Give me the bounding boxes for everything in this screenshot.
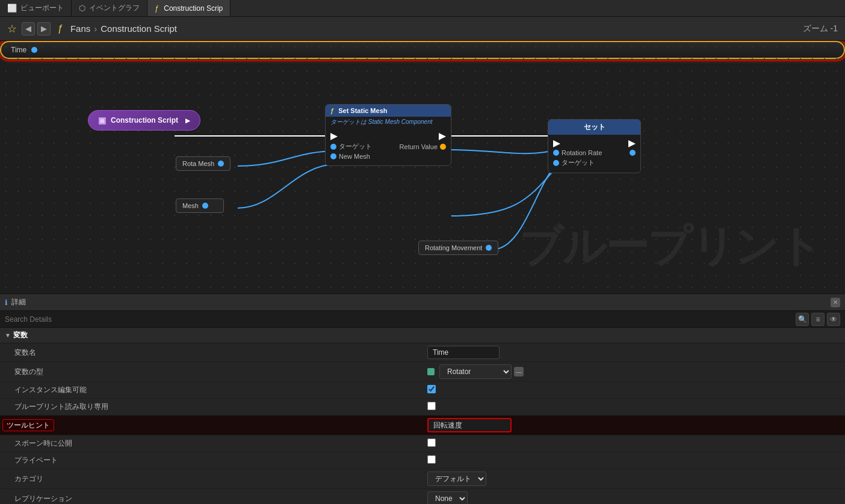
- set-rot-target-row: ターゲット: [553, 158, 636, 167]
- prop-var-name-value: [422, 343, 845, 362]
- prop-var-type-label: 変数の型: [0, 362, 422, 382]
- mesh-out-pin: [202, 203, 208, 209]
- prop-var-name-label: 変数名: [0, 343, 422, 362]
- new-mesh-pin-row: New Mesh: [330, 153, 446, 160]
- tab-construction-script[interactable]: ƒ Construction Scrip: [147, 0, 231, 16]
- prop-replication-value: None: [422, 489, 845, 505]
- prop-category-value: デフォルト: [422, 469, 845, 489]
- search-icon-btn[interactable]: 🔍: [796, 313, 809, 326]
- prop-bp-readonly-label: ブループリント読み取り専用: [0, 399, 422, 416]
- rotation-rate-row: Rotation Rate: [553, 149, 636, 156]
- new-mesh-pin: [330, 153, 336, 159]
- eye-btn[interactable]: 👁: [827, 313, 840, 326]
- set-rot-header: セット: [548, 120, 640, 135]
- zoom-label: ズーム -1: [803, 23, 838, 34]
- prop-tooltip-label-cell: ツールヒント: [0, 416, 422, 435]
- details-close-button[interactable]: ✕: [831, 298, 840, 307]
- replication-select[interactable]: None: [427, 491, 468, 504]
- prop-category-row: カテゴリ デフォルト: [0, 469, 845, 489]
- search-bar: 🔍 ≡ 👁: [0, 311, 845, 328]
- exec-in-pin: [330, 133, 338, 140]
- prop-var-type-row: 変数の型 Rotator —: [0, 362, 845, 382]
- prop-bp-readonly-value: [422, 399, 845, 416]
- time-label: Time: [11, 46, 26, 54]
- rotator-select-wrap: Rotator —: [427, 364, 840, 379]
- instance-editable-checkbox[interactable]: [427, 385, 436, 393]
- back-button[interactable]: ◀: [22, 22, 35, 35]
- set-mesh-header: ƒ Set Static Mesh: [326, 105, 451, 117]
- nav-buttons: ◀ ▶: [22, 22, 51, 35]
- variables-section-header[interactable]: ▼ 変数: [0, 328, 845, 343]
- set-rot-target-label: ターゲット: [562, 158, 595, 167]
- variables-table: 変数名 変数の型 Rotator — インスタンス編集可能: [0, 343, 845, 504]
- tab-event-graph[interactable]: ⬡ イベントグラフ: [72, 0, 147, 16]
- event-graph-icon: ⬡: [79, 4, 85, 13]
- var-type-select[interactable]: Rotator: [439, 364, 512, 379]
- forward-button[interactable]: ▶: [37, 22, 51, 35]
- prop-expose-spawn-label: スポーン時に公開: [0, 435, 422, 452]
- search-input[interactable]: [5, 315, 792, 324]
- prop-replication-row: レプリケーション None: [0, 489, 845, 505]
- info-icon: ℹ: [5, 298, 8, 307]
- node-set-static-mesh[interactable]: ƒ Set Static Mesh ターゲットは Static Mesh Com…: [325, 104, 451, 166]
- list-view-btn[interactable]: ≡: [811, 313, 825, 326]
- var-name-input[interactable]: [427, 346, 500, 359]
- viewport-icon: ⬜: [7, 4, 17, 13]
- blueprint-canvas[interactable]: ▣ Construction Script ▶ Rota Mesh Mesh ƒ…: [0, 41, 845, 293]
- set-rot-target-pin: [553, 160, 559, 166]
- breadcrumb-construction-script: Construction Script: [101, 23, 177, 34]
- prop-category-label: カテゴリ: [0, 469, 422, 489]
- construction-node-icon: ▣: [98, 115, 106, 125]
- tab-event-graph-label: イベントグラフ: [89, 3, 140, 13]
- construction-exec-out: ▶: [185, 117, 190, 124]
- prop-private-row: プライベート: [0, 452, 845, 469]
- node-rota-mesh[interactable]: Rota Mesh: [176, 156, 231, 171]
- star-icon[interactable]: ☆: [7, 22, 17, 35]
- details-title: 詳細: [11, 297, 26, 307]
- prop-tooltip-row: ツールヒント: [0, 416, 845, 435]
- construction-script-icon: ƒ: [155, 4, 159, 13]
- private-checkbox[interactable]: [427, 455, 436, 464]
- rota-out-pin: [218, 161, 224, 167]
- prop-instance-value: [422, 382, 845, 399]
- new-mesh-label: New Mesh: [339, 153, 370, 160]
- rotation-rate-out: [630, 150, 636, 156]
- node-mesh[interactable]: Mesh: [176, 198, 224, 213]
- node-time[interactable]: Time: [0, 41, 845, 59]
- variables-label: 変数: [13, 330, 28, 340]
- rota-label: Rota Mesh: [182, 160, 214, 167]
- node-construction-script[interactable]: ▣ Construction Script ▶: [88, 110, 200, 131]
- prop-private-value: [422, 452, 845, 469]
- prop-instance-row: インスタンス編集可能: [0, 382, 845, 399]
- var-type-extra-btn[interactable]: —: [514, 367, 524, 376]
- rotator-color-icon: [427, 368, 435, 375]
- bp-readonly-checkbox[interactable]: [427, 402, 436, 410]
- mesh-label: Mesh: [182, 202, 199, 209]
- expose-spawn-checkbox[interactable]: [427, 438, 436, 447]
- category-select[interactable]: デフォルト: [427, 472, 486, 486]
- breadcrumb-bar: ☆ ◀ ▶ ƒ Fans › Construction Script ズーム -…: [0, 17, 845, 41]
- breadcrumb-fans[interactable]: Fans: [70, 23, 90, 34]
- target-label: ターゲット: [339, 142, 372, 151]
- set-mesh-subtitle: ターゲットは Static Mesh Component: [326, 117, 451, 128]
- rot-move-label: Rotating Movement: [425, 244, 482, 251]
- prop-private-label: プライベート: [0, 452, 422, 469]
- set-rot-body: Rotation Rate ターゲット: [548, 135, 640, 173]
- tab-viewport[interactable]: ⬜ ビューポート: [0, 0, 72, 16]
- target-pin-row: ターゲット Return Value: [330, 142, 446, 151]
- return-pin: [440, 144, 446, 150]
- exec-pin-row: [330, 133, 446, 140]
- prop-bp-readonly-row: ブループリント読み取り専用: [0, 399, 845, 416]
- prop-tooltip-value: [422, 416, 845, 435]
- tooltip-input[interactable]: [427, 418, 512, 432]
- construction-node-label: Construction Script: [111, 116, 178, 124]
- tooltip-label-highlighted: ツールヒント: [2, 419, 54, 431]
- breadcrumb-sep1: ›: [94, 23, 97, 34]
- set-rot-exec-in: [553, 140, 560, 147]
- prop-var-type-value: Rotator —: [422, 362, 845, 382]
- set-mesh-body: ターゲット Return Value New Mesh: [326, 128, 451, 165]
- blueprint-watermark: ブループリント: [519, 218, 821, 275]
- rotation-rate-label: Rotation Rate: [562, 149, 602, 156]
- node-rotating-movement[interactable]: Rotating Movement: [418, 241, 498, 255]
- node-set-rotation[interactable]: セット Rotation Rate ターゲット: [548, 119, 641, 173]
